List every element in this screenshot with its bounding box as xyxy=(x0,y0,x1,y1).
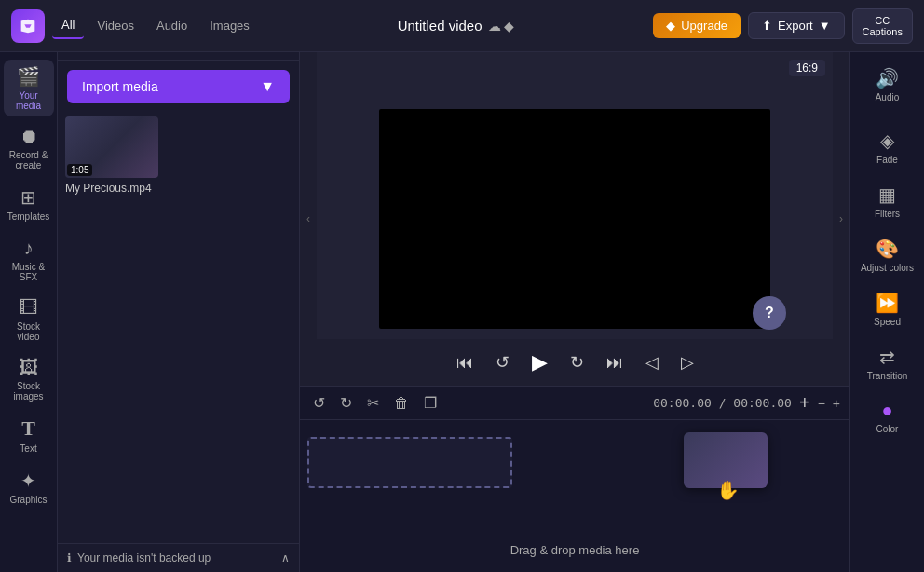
drop-text-label: Drag & drop media here xyxy=(510,543,640,557)
center-area: ‹ 16:9 ? ⏮ ↺ ▶ ↻ ⏭ ◁ ▷ › ↺ ↻ xyxy=(300,52,849,572)
right-panel-filters[interactable]: ▦ Filters xyxy=(856,176,919,226)
music-sfx-icon: ♪ xyxy=(24,238,34,259)
preview-collapse-left-button[interactable]: ‹ xyxy=(300,52,317,386)
right-panel: 🔊 Audio ◈ Fade ▦ Filters 🎨 Adjust colors… xyxy=(849,52,924,572)
filters-label: Filters xyxy=(875,209,900,219)
fade-icon: ◈ xyxy=(880,129,894,152)
upgrade-button[interactable]: ◆ Upgrade xyxy=(653,13,741,38)
record-create-label: Record &create xyxy=(9,150,48,170)
main-layout: 🎬 Your media ⏺ Record &create ⊞ Template… xyxy=(0,52,924,572)
filters-icon: ▦ xyxy=(878,184,896,206)
import-btn-row: Import media ▼ xyxy=(58,61,299,109)
right-panel-adjust-colors[interactable]: 🎨 Adjust colors xyxy=(856,230,919,280)
export-up-icon: ⬆ xyxy=(762,19,772,33)
drag-cursor-icon: ✋ xyxy=(716,479,740,501)
backup-bar-left: ℹ Your media isn't backed up xyxy=(67,552,211,565)
redo-button[interactable]: ↻ xyxy=(336,392,356,414)
timeline-drop-zone[interactable] xyxy=(307,437,512,488)
graphics-label: Graphics xyxy=(9,495,47,505)
project-title: Untitled video ☁ ◆ xyxy=(398,18,515,34)
app-logo xyxy=(11,9,45,43)
music-sfx-label: Music & SFX xyxy=(6,262,52,282)
top-bar: All Videos Audio Images Untitled video ☁… xyxy=(0,0,924,52)
vol-left-button[interactable]: ◁ xyxy=(642,348,662,376)
cloud-icon: ☁ ◆ xyxy=(488,19,515,34)
export-button[interactable]: ⬆ Export ▼ xyxy=(748,12,844,39)
tab-videos[interactable]: Videos xyxy=(88,13,143,38)
captions-cc-icon: CC xyxy=(875,15,890,26)
import-media-label: Import media xyxy=(82,79,158,94)
tab-all[interactable]: All xyxy=(52,12,84,39)
transition-label: Transition xyxy=(867,371,908,381)
tab-audio[interactable]: Audio xyxy=(147,13,197,38)
zoom-plus-button[interactable]: + xyxy=(833,396,840,411)
timeline-add-button[interactable]: + xyxy=(799,392,810,414)
text-label: Text xyxy=(20,443,36,454)
adjust-colors-label: Adjust colors xyxy=(861,263,914,273)
right-panel-transition[interactable]: ⇄ Transition xyxy=(856,338,919,388)
media-thumbnail[interactable]: 1:05 My Precious.mp4 xyxy=(65,116,292,195)
backup-info-icon: ℹ xyxy=(67,552,72,565)
diamond-icon: ◆ xyxy=(666,19,675,33)
play-button[interactable]: ▶ xyxy=(528,347,551,378)
right-panel-audio[interactable]: 🔊 Audio xyxy=(856,60,919,110)
color-icon: ● xyxy=(881,400,892,421)
your-media-label: Your media xyxy=(6,90,52,111)
forward-button[interactable]: ↻ xyxy=(566,348,588,376)
speed-icon: ⏩ xyxy=(876,292,899,314)
zoom-minus-button[interactable]: − xyxy=(818,396,825,411)
graphics-icon: ✦ xyxy=(20,470,36,492)
export-chevron-icon: ▼ xyxy=(819,19,831,33)
backup-chevron-icon[interactable]: ∧ xyxy=(281,552,290,565)
adjust-colors-icon: 🎨 xyxy=(876,238,899,260)
help-button[interactable]: ? xyxy=(753,296,786,330)
stock-images-label: Stockimages xyxy=(13,381,43,402)
audio-label: Audio xyxy=(876,92,900,102)
top-bar-left: All Videos Audio Images xyxy=(11,9,259,43)
sidebar-item-your-media[interactable]: 🎬 Your media xyxy=(4,60,54,116)
sidebar-item-templates[interactable]: ⊞ Templates xyxy=(4,180,54,228)
skip-back-button[interactable]: ⏮ xyxy=(453,349,477,376)
tab-images[interactable]: Images xyxy=(200,13,259,38)
playback-controls: ⏮ ↺ ▶ ↻ ⏭ ◁ ▷ xyxy=(317,339,833,386)
preview-collapse-right-button[interactable]: › xyxy=(833,52,849,386)
stock-video-icon: 🎞 xyxy=(20,297,38,319)
sidebar-item-text[interactable]: T Text xyxy=(4,411,54,459)
timeline-toolbar: ↺ ↻ ✂ 🗑 ❐ 00:00.00 / 00:00.00 + − + xyxy=(300,387,849,420)
sidebar-icons: 🎬 Your media ⏺ Record &create ⊞ Template… xyxy=(0,52,58,572)
backup-bar: ℹ Your media isn't backed up ∧ xyxy=(58,543,299,572)
duplicate-button[interactable]: ❐ xyxy=(420,392,441,414)
video-canvas xyxy=(379,109,770,329)
right-panel-fade[interactable]: ◈ Fade xyxy=(856,122,919,172)
captions-button[interactable]: CC Captions xyxy=(852,8,913,44)
templates-icon: ⊞ xyxy=(20,186,36,209)
skip-forward-button[interactable]: ⏭ xyxy=(603,349,627,376)
media-panel: Import media ▼ 1:05 My Precious.mp4 ℹ Yo… xyxy=(58,52,300,572)
title-tabs: All Videos Audio Images xyxy=(52,12,259,39)
timeline-time-display: 00:00.00 / 00:00.00 xyxy=(653,396,792,410)
top-bar-center: Untitled video ☁ ◆ xyxy=(398,18,515,34)
delete-button[interactable]: 🗑 xyxy=(390,393,413,414)
transition-icon: ⇄ xyxy=(879,346,895,368)
timeline-tracks: ✋ Drag & drop media here xyxy=(300,420,849,572)
media-grid: 1:05 My Precious.mp4 xyxy=(58,109,299,543)
right-panel-speed[interactable]: ⏩ Speed xyxy=(856,284,919,334)
undo-button[interactable]: ↺ xyxy=(309,392,329,414)
timeline-area: ↺ ↻ ✂ 🗑 ❐ 00:00.00 / 00:00.00 + − + ✋ Dr… xyxy=(300,386,849,572)
backup-message: Your media isn't backed up xyxy=(77,552,211,565)
sidebar-item-graphics[interactable]: ✦ Graphics xyxy=(4,463,54,511)
sidebar-item-music-sfx[interactable]: ♪ Music & SFX xyxy=(4,232,54,288)
cut-button[interactable]: ✂ xyxy=(363,392,383,414)
sidebar-item-stock-video[interactable]: 🎞 Stock video xyxy=(4,292,54,347)
upgrade-label: Upgrade xyxy=(681,19,727,33)
aspect-ratio-badge: 16:9 xyxy=(789,60,825,76)
fade-label: Fade xyxy=(876,155,898,165)
preview-area: ‹ 16:9 ? ⏮ ↺ ▶ ↻ ⏭ ◁ ▷ › xyxy=(300,52,849,386)
sidebar-item-record-create[interactable]: ⏺ Record &create xyxy=(4,120,54,176)
sidebar-item-stock-images[interactable]: 🖼 Stockimages xyxy=(4,351,54,407)
right-panel-color[interactable]: ● Color xyxy=(856,392,919,442)
your-media-icon: 🎬 xyxy=(17,65,40,88)
vol-right-button[interactable]: ▷ xyxy=(677,348,698,376)
import-media-button[interactable]: Import media ▼ xyxy=(67,70,290,103)
rewind-button[interactable]: ↺ xyxy=(492,348,513,376)
